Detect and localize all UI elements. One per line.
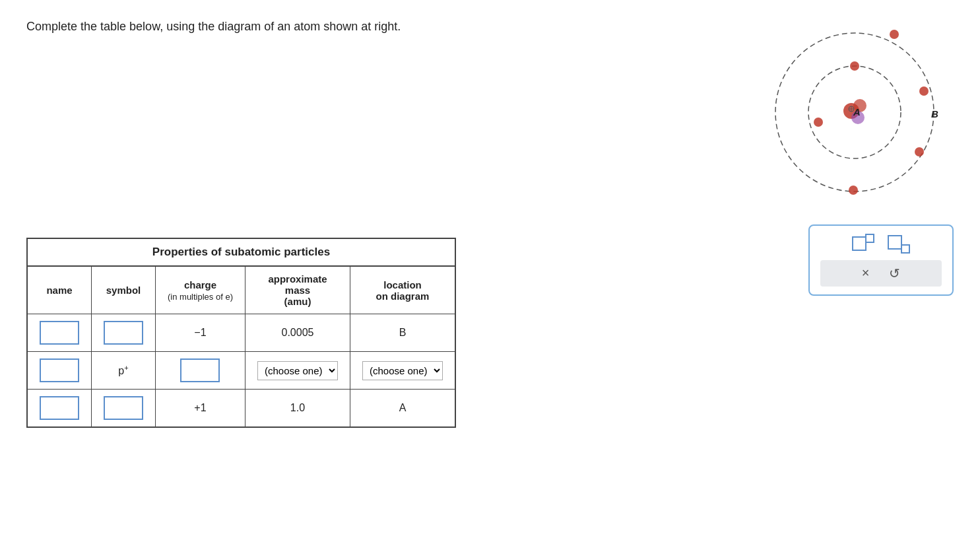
col-header-mass: approximate mass (amu) xyxy=(245,266,350,314)
svg-point-10 xyxy=(814,118,823,127)
row2-location-cell: (choose one) A B xyxy=(350,352,455,390)
table-row: p+ (choose one) 0.0005 1.0 xyxy=(27,352,455,390)
row1-name-input[interactable] xyxy=(40,321,79,345)
atom-diagram: A B xyxy=(756,20,954,205)
row2-name-input[interactable] xyxy=(40,358,79,382)
page-instruction: Complete the table below, using the diag… xyxy=(26,20,401,34)
row3-symbol-input[interactable] xyxy=(104,396,143,420)
table-row: −1 0.0005 B xyxy=(27,314,455,352)
small-large-squares-icon[interactable] xyxy=(888,234,910,254)
row1-mass-value: 0.0005 xyxy=(282,327,314,338)
svg-point-12 xyxy=(890,30,899,39)
toolbar-bottom-row: × ↺ xyxy=(820,260,942,287)
table-title: Properties of subatomic particles xyxy=(27,238,455,266)
row2-charge-cell xyxy=(156,352,245,390)
row3-mass-value: 1.0 xyxy=(290,402,305,413)
col-header-charge: charge (in multiples of e) xyxy=(156,266,245,314)
row3-mass-cell: 1.0 xyxy=(245,390,350,428)
row3-charge-cell: +1 xyxy=(156,390,245,428)
row2-mass-cell: (choose one) 0.0005 1.0 xyxy=(245,352,350,390)
svg-text:B: B xyxy=(931,108,938,119)
row1-name-cell xyxy=(27,314,92,352)
big-square2 xyxy=(888,235,902,250)
row2-name-cell xyxy=(27,352,92,390)
main-content: Properties of subatomic particles name s… xyxy=(26,224,954,428)
properties-table-container: Properties of subatomic particles name s… xyxy=(26,238,782,428)
row3-name-input[interactable] xyxy=(40,396,79,420)
row1-charge-cell: −1 xyxy=(156,314,245,352)
undo-button[interactable]: ↺ xyxy=(889,265,900,281)
row3-location-cell: A xyxy=(350,390,455,428)
table-row: +1 1.0 A xyxy=(27,390,455,428)
row1-location-value: B xyxy=(399,327,407,338)
row2-charge-input[interactable] xyxy=(180,358,220,382)
toolbar-top-row xyxy=(820,234,942,254)
large-small-squares-icon[interactable] xyxy=(852,234,874,254)
row1-mass-cell: 0.0005 xyxy=(245,314,350,352)
col-header-name: name xyxy=(27,266,92,314)
svg-point-14 xyxy=(849,186,858,195)
row1-symbol-cell xyxy=(92,314,156,352)
col-header-symbol: symbol xyxy=(92,266,156,314)
row3-name-cell xyxy=(27,390,92,428)
row2-symbol-value: p+ xyxy=(118,365,128,376)
row3-location-value: A xyxy=(399,402,407,413)
row1-location-cell: B xyxy=(350,314,455,352)
row3-symbol-cell xyxy=(92,390,156,428)
col-header-location: location on diagram xyxy=(350,266,455,314)
row1-charge-value: −1 xyxy=(194,327,206,338)
small-square2 xyxy=(901,244,910,254)
row3-charge-value: +1 xyxy=(194,402,206,413)
small-square xyxy=(865,234,874,243)
table-area: Properties of subatomic particles name s… xyxy=(26,224,782,428)
toolbar-panel: × ↺ xyxy=(808,224,954,296)
row2-symbol-cell: p+ xyxy=(92,352,156,390)
toolbar-area: × ↺ xyxy=(808,224,954,296)
svg-point-13 xyxy=(915,147,924,156)
row2-location-dropdown[interactable]: (choose one) A B xyxy=(362,361,443,380)
big-square xyxy=(852,236,866,251)
svg-point-11 xyxy=(919,86,929,96)
row1-symbol-input[interactable] xyxy=(104,321,143,345)
svg-point-9 xyxy=(850,61,859,71)
properties-table: Properties of subatomic particles name s… xyxy=(26,238,456,428)
row2-mass-dropdown[interactable]: (choose one) 0.0005 1.0 xyxy=(257,361,338,380)
delete-button[interactable]: × xyxy=(862,265,870,281)
